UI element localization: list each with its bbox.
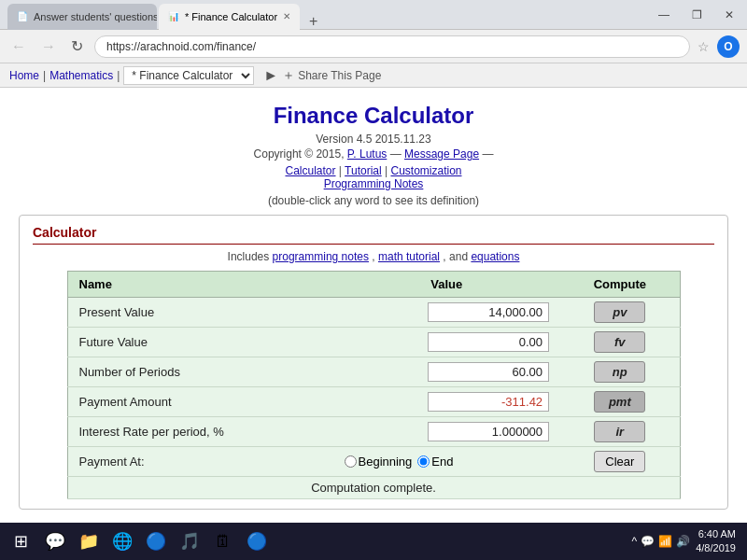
- table-row: Future Value fv: [67, 328, 680, 357]
- pmt-value-cell: [333, 387, 561, 417]
- message-link[interactable]: Message Page: [404, 147, 479, 161]
- nav-dropdown-container: * Finance Calculator: [123, 66, 254, 85]
- pmt-compute-cell: pmt: [560, 387, 680, 417]
- taskbar-icon-app2[interactable]: 🔵: [241, 525, 273, 557]
- page-content: Finance Calculator Version 4.5 2015.11.2…: [0, 88, 747, 560]
- back-button[interactable]: ←: [7, 36, 30, 57]
- browser-titlebar: 📄 Answer students' questions and ✕ 📊 * F…: [0, 0, 747, 30]
- tutorial-link[interactable]: Tutorial: [345, 164, 382, 177]
- address-input[interactable]: [94, 35, 690, 58]
- fv-compute-button[interactable]: fv: [594, 331, 645, 353]
- payment-at-options: Beginning End: [345, 455, 550, 469]
- end-radio[interactable]: [417, 455, 430, 468]
- refresh-button[interactable]: ↻: [67, 35, 87, 57]
- tab-2-label: * Finance Calculator: [185, 11, 277, 22]
- calculator-section-title: Calculator: [33, 225, 714, 245]
- account-button[interactable]: O: [717, 35, 740, 58]
- nav-mathematics[interactable]: Mathematics: [49, 69, 113, 82]
- includes-text: Includes programming notes , math tutori…: [33, 250, 714, 263]
- minimize-button[interactable]: —: [653, 7, 675, 23]
- new-tab-button[interactable]: +: [305, 13, 321, 30]
- copyright-dash2: —: [482, 147, 493, 161]
- tab-1[interactable]: 📄 Answer students' questions and ✕: [7, 4, 157, 30]
- beginning-radio[interactable]: [345, 455, 357, 468]
- np-input[interactable]: [428, 362, 549, 382]
- systray-expand-icon[interactable]: ^: [632, 535, 638, 548]
- beginning-label: Beginning: [359, 455, 413, 469]
- systray-icons: ^ 💬 📶 🔊: [632, 535, 691, 548]
- clear-cell: Clear: [560, 447, 680, 477]
- play-button[interactable]: ►: [263, 67, 278, 84]
- taskbar-icon-calendar[interactable]: 🗓: [207, 525, 239, 557]
- tab-1-label: Answer students' questions and: [34, 11, 157, 22]
- taskbar-icon-music[interactable]: 🎵: [174, 525, 205, 557]
- col-compute-header: Compute: [560, 272, 680, 298]
- page-version: Version 4.5 2015.11.23: [19, 133, 728, 146]
- table-row: Interest Rate per period, % ir: [67, 417, 680, 447]
- copyright-text: Copyright © 2015,: [254, 147, 345, 161]
- window-controls: — ❐ ✕: [653, 7, 740, 23]
- pv-compute-cell: pv: [560, 298, 680, 328]
- col-name-header: Name: [67, 272, 333, 298]
- taskbar-systray: ^ 💬 📶 🔊 6:40 AM 4/8/2019: [632, 527, 743, 556]
- programming-notes-inline-link[interactable]: programming notes: [273, 250, 369, 263]
- maximize-button[interactable]: ❐: [686, 7, 708, 23]
- end-label: End: [431, 455, 453, 469]
- payment-at-row: Payment At: Beginning End: [67, 447, 680, 477]
- pmt-input[interactable]: [428, 392, 549, 412]
- programming-notes-link[interactable]: Programming Notes: [324, 177, 424, 190]
- bookmark-icon[interactable]: ☆: [698, 39, 710, 54]
- close-button[interactable]: ✕: [719, 7, 740, 23]
- pv-label: Present Value: [67, 298, 333, 328]
- systray-volume-icon[interactable]: 🔊: [676, 535, 690, 548]
- table-row: Payment Amount pmt: [67, 387, 680, 417]
- ir-compute-button[interactable]: ir: [594, 421, 645, 442]
- fv-input[interactable]: [428, 332, 549, 352]
- end-radio-label[interactable]: End: [417, 455, 453, 469]
- ir-input[interactable]: [428, 422, 549, 441]
- customization-link[interactable]: Customization: [390, 164, 461, 177]
- taskbar-icon-app1[interactable]: 🔵: [140, 525, 172, 557]
- np-label: Number of Periods: [67, 357, 333, 387]
- pmt-compute-button[interactable]: pmt: [594, 391, 645, 413]
- clock-time: 6:40 AM: [696, 527, 736, 541]
- share-label: Share This Page: [298, 69, 381, 82]
- beginning-radio-label[interactable]: Beginning: [345, 455, 413, 469]
- equations-link[interactable]: equations: [471, 250, 519, 263]
- forward-button[interactable]: →: [37, 36, 60, 57]
- math-tutorial-link[interactable]: math tutorial: [378, 250, 440, 263]
- np-compute-button[interactable]: np: [594, 361, 645, 383]
- nav-home[interactable]: Home: [9, 69, 39, 82]
- page-copyright: Copyright © 2015, P. Lutus — Message Pag…: [19, 147, 728, 161]
- status-row: Computation complete.: [67, 477, 680, 499]
- tab-2-favicon: 📊: [168, 11, 179, 21]
- nav-sep-1: |: [43, 69, 46, 82]
- table-header-row: Name Value Compute: [67, 272, 680, 298]
- clear-button[interactable]: Clear: [594, 451, 645, 472]
- calculator-table: Name Value Compute Present Value pv Futu…: [67, 271, 681, 499]
- taskbar-icon-files[interactable]: 📁: [73, 525, 105, 557]
- share-icon: ＋: [282, 67, 295, 84]
- payment-at-label: Payment At:: [67, 447, 333, 477]
- taskbar-icon-chat[interactable]: 💬: [39, 525, 71, 557]
- computation-status: Computation complete.: [67, 477, 680, 499]
- address-bar: ← → ↻ ☆ O: [0, 30, 747, 63]
- author-link[interactable]: P. Lutus: [347, 147, 387, 161]
- calc-link[interactable]: Calculator: [285, 164, 335, 177]
- systray-network-icon[interactable]: 📶: [658, 535, 672, 548]
- taskbar-icon-browser[interactable]: 🌐: [106, 525, 138, 557]
- np-value-cell: [333, 357, 561, 387]
- double-click-note: (double-click any word to see its defini…: [19, 194, 728, 207]
- tab-2-close[interactable]: ✕: [283, 11, 290, 21]
- fv-value-cell: [333, 328, 561, 357]
- ir-compute-cell: ir: [560, 417, 680, 447]
- systray-chat-icon[interactable]: 💬: [641, 535, 655, 548]
- tab-2[interactable]: 📊 * Finance Calculator ✕: [159, 4, 300, 30]
- start-button[interactable]: ⊞: [4, 525, 37, 558]
- pv-input[interactable]: [428, 302, 549, 322]
- pv-compute-button[interactable]: pv: [594, 301, 645, 323]
- share-page-button[interactable]: ＋ Share This Page: [282, 67, 381, 84]
- nav-dropdown[interactable]: * Finance Calculator: [123, 66, 254, 85]
- table-row: Number of Periods np: [67, 357, 680, 387]
- tab-bar: 📄 Answer students' questions and ✕ 📊 * F…: [7, 0, 321, 30]
